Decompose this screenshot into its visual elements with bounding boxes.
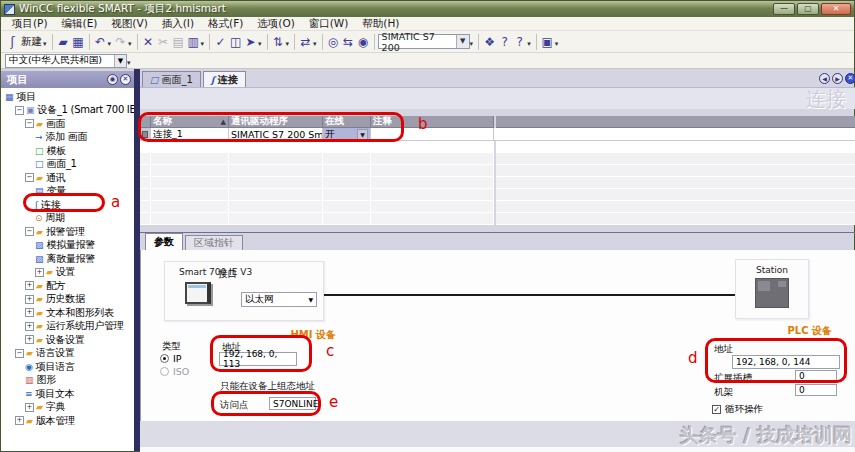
empty-table-row[interactable] [140, 165, 855, 177]
transfer-icon[interactable]: ➤ [243, 33, 258, 51]
empty-table-row[interactable] [140, 201, 855, 213]
empty-cell[interactable] [371, 141, 494, 153]
dropdown-caret-icon[interactable]: ▾ [128, 40, 132, 48]
tree-item-folder-recipes[interactable]: +▰配方 [1, 279, 134, 293]
tree-item-folder-dictionaries[interactable]: +▰字典 [1, 401, 134, 415]
empty-cell[interactable] [140, 177, 151, 189]
empty-cell[interactable] [371, 153, 494, 165]
empty-cell[interactable] [151, 165, 229, 177]
online-cell[interactable]: 开▼ [323, 128, 371, 141]
tree-item-discrete-alarms[interactable]: ▧离散量报警 [1, 252, 134, 266]
close-button[interactable]: ✕ [821, 3, 851, 15]
column-header-name[interactable]: 名称▲ [151, 116, 229, 128]
find-icon[interactable]: ◎ [326, 33, 341, 51]
menu-item[interactable]: 选项(O) [250, 17, 301, 31]
tree-expander[interactable]: − [25, 227, 34, 236]
empty-cell[interactable] [323, 165, 371, 177]
chevron-down-icon[interactable]: ▼ [114, 55, 126, 67]
new-object-button-label[interactable]: 新建 [21, 35, 42, 49]
pin-icon[interactable]: ◉ [107, 74, 118, 85]
expansion-slot-input[interactable]: 0 [795, 370, 837, 382]
tree-item-project-texts[interactable]: ≡项目文本 [1, 387, 134, 401]
dropdown-caret-icon[interactable]: ▾ [43, 40, 47, 48]
dropdown-caret-icon[interactable]: ▾ [286, 40, 290, 48]
empty-cell[interactable] [229, 165, 323, 177]
empty-cell[interactable] [323, 177, 371, 189]
empty-table-row[interactable] [140, 141, 855, 153]
interface-select[interactable]: 以太网 ▼ [241, 292, 317, 307]
access-point-input[interactable]: S7ONLINE [269, 397, 316, 410]
sync-icon[interactable]: ⇆ [341, 33, 356, 51]
dropdown-caret-icon[interactable]: ▾ [258, 40, 262, 48]
open-project-icon[interactable]: ▰ [56, 33, 71, 51]
tab-连接[interactable]: ʃ连接 [203, 71, 246, 87]
tree-item-project-root[interactable]: ▦项目 [1, 90, 134, 104]
driver-cell[interactable]: SIMATIC S7 200 Smart▼ [229, 128, 323, 141]
dropdown-caret-icon[interactable]: ▾ [313, 40, 317, 48]
tree-item-cycles[interactable]: ⊙周期 [1, 212, 134, 226]
empty-cell[interactable] [371, 165, 494, 177]
empty-cell[interactable] [323, 153, 371, 165]
empty-cell[interactable] [229, 213, 323, 225]
menu-item[interactable]: 编辑(E) [55, 17, 105, 31]
tree-item-folder-screens[interactable]: −▰画面 [1, 117, 134, 131]
empty-cell[interactable] [371, 213, 494, 225]
tab-区域指针[interactable]: 区域指针 [185, 235, 243, 250]
chevron-down-icon[interactable]: ▼ [357, 129, 368, 140]
empty-cell[interactable] [371, 201, 494, 213]
device-version-select[interactable]: SIMATIC S7 200▼ [378, 34, 470, 49]
tree-item-template[interactable]: □模板 [1, 144, 134, 158]
empty-cell[interactable] [229, 141, 323, 153]
tree-expander[interactable]: + [25, 281, 34, 290]
empty-table-row[interactable] [140, 213, 855, 225]
up-down-icon[interactable]: ⇅ [271, 33, 286, 51]
tab-参数[interactable]: 参数 [145, 233, 183, 250]
tree-item-folder-language-settings[interactable]: −▰语言设置 [1, 347, 134, 361]
close-tab-icon[interactable]: ✕ [845, 73, 855, 84]
menu-item[interactable]: 视图(V) [104, 17, 154, 31]
dropdown-caret-icon[interactable]: ▾ [108, 40, 112, 48]
empty-cell[interactable] [151, 153, 229, 165]
tab-画面_1[interactable]: □画面_1 [142, 71, 201, 87]
column-header-online[interactable]: 在线 [323, 116, 371, 128]
scroll-left-icon[interactable]: ◀ [819, 73, 830, 84]
hmi-address-input[interactable]: 192, 168, 0, 113 [219, 352, 297, 366]
context-help-icon[interactable]: ? [512, 33, 527, 51]
empty-cell[interactable] [323, 213, 371, 225]
tree-expander[interactable]: + [25, 308, 34, 317]
cyclic-operation-checkbox[interactable]: ✓循环操作 [712, 403, 763, 416]
whats-this-icon[interactable]: ? [497, 33, 512, 51]
empty-cell[interactable] [140, 201, 151, 213]
tree-expander[interactable]: + [35, 268, 44, 277]
empty-cell[interactable] [140, 213, 151, 225]
window-layout-icon[interactable]: ▣ [540, 33, 555, 51]
tree-expander[interactable]: + [25, 335, 34, 344]
empty-cell[interactable] [229, 201, 323, 213]
column-header-driver[interactable]: 通讯驱动程序 [229, 116, 323, 128]
empty-table-row[interactable] [140, 177, 855, 189]
find-next-icon[interactable]: ◉ [356, 33, 371, 51]
empty-cell[interactable] [140, 153, 151, 165]
table-row[interactable]: 连接_1SIMATIC S7 200 Smart▼开▼ [140, 128, 855, 141]
menu-item[interactable]: 项目(P) [5, 17, 55, 31]
empty-cell[interactable] [140, 189, 151, 201]
connection-name-cell[interactable]: 连接_1 [151, 128, 229, 141]
menu-item[interactable]: 格式(F) [201, 17, 250, 31]
empty-cell[interactable] [371, 189, 494, 201]
empty-cell[interactable] [371, 177, 494, 189]
empty-cell[interactable] [140, 165, 151, 177]
empty-cell[interactable] [151, 201, 229, 213]
row-selector-cell[interactable] [140, 128, 151, 141]
tree-item-project-languages[interactable]: ◉项目语言 [1, 360, 134, 374]
scroll-right-icon[interactable]: ▶ [832, 73, 843, 84]
undo-icon[interactable]: ↶ [93, 33, 108, 51]
empty-cell[interactable] [151, 213, 229, 225]
empty-cell[interactable] [229, 189, 323, 201]
comment-cell[interactable] [371, 128, 494, 141]
paste-icon[interactable]: ▥ [186, 33, 201, 51]
tree-expander[interactable]: + [25, 295, 34, 304]
empty-cell[interactable] [151, 141, 229, 153]
tree-item-graphics[interactable]: ▥图形 [1, 374, 134, 388]
empty-cell[interactable] [229, 177, 323, 189]
radio-ip[interactable]: IP [160, 353, 182, 364]
